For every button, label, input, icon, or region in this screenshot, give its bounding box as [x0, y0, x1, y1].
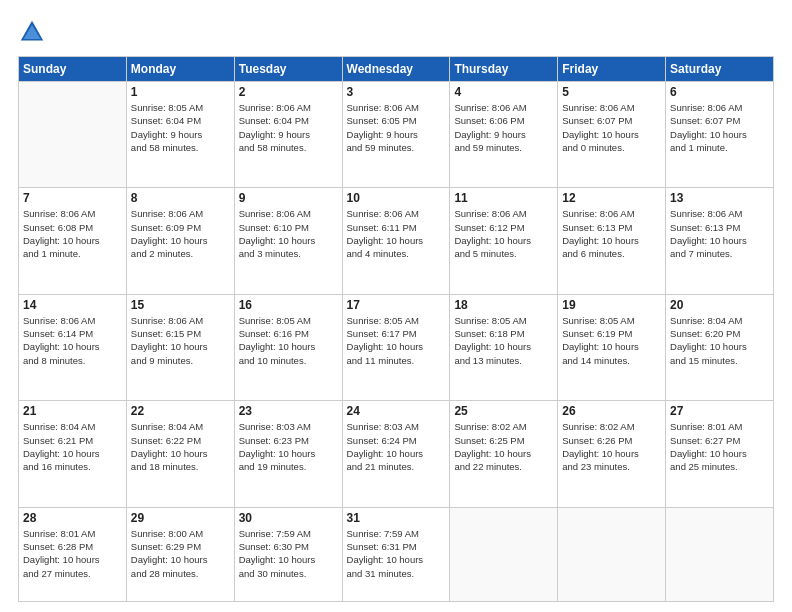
- col-header-sunday: Sunday: [19, 57, 127, 82]
- header: [18, 18, 774, 46]
- day-number: 21: [23, 404, 122, 418]
- day-info: Sunrise: 8:06 AM Sunset: 6:13 PM Dayligh…: [562, 207, 661, 260]
- week-row-3: 21Sunrise: 8:04 AM Sunset: 6:21 PM Dayli…: [19, 401, 774, 507]
- day-info: Sunrise: 8:06 AM Sunset: 6:08 PM Dayligh…: [23, 207, 122, 260]
- week-row-2: 14Sunrise: 8:06 AM Sunset: 6:14 PM Dayli…: [19, 294, 774, 400]
- day-number: 5: [562, 85, 661, 99]
- calendar-cell: 6Sunrise: 8:06 AM Sunset: 6:07 PM Daylig…: [666, 82, 774, 188]
- day-info: Sunrise: 8:06 AM Sunset: 6:09 PM Dayligh…: [131, 207, 230, 260]
- calendar-cell: 24Sunrise: 8:03 AM Sunset: 6:24 PM Dayli…: [342, 401, 450, 507]
- calendar-cell: 2Sunrise: 8:06 AM Sunset: 6:04 PM Daylig…: [234, 82, 342, 188]
- day-number: 25: [454, 404, 553, 418]
- calendar-cell: [666, 507, 774, 601]
- header-row: SundayMondayTuesdayWednesdayThursdayFrid…: [19, 57, 774, 82]
- day-info: Sunrise: 8:06 AM Sunset: 6:07 PM Dayligh…: [562, 101, 661, 154]
- day-info: Sunrise: 7:59 AM Sunset: 6:31 PM Dayligh…: [347, 527, 446, 580]
- day-info: Sunrise: 8:06 AM Sunset: 6:10 PM Dayligh…: [239, 207, 338, 260]
- calendar-cell: 30Sunrise: 7:59 AM Sunset: 6:30 PM Dayli…: [234, 507, 342, 601]
- day-info: Sunrise: 8:06 AM Sunset: 6:04 PM Dayligh…: [239, 101, 338, 154]
- day-number: 20: [670, 298, 769, 312]
- calendar-cell: 25Sunrise: 8:02 AM Sunset: 6:25 PM Dayli…: [450, 401, 558, 507]
- calendar-cell: [558, 507, 666, 601]
- day-info: Sunrise: 8:02 AM Sunset: 6:26 PM Dayligh…: [562, 420, 661, 473]
- day-info: Sunrise: 8:06 AM Sunset: 6:05 PM Dayligh…: [347, 101, 446, 154]
- day-number: 2: [239, 85, 338, 99]
- day-info: Sunrise: 8:05 AM Sunset: 6:17 PM Dayligh…: [347, 314, 446, 367]
- day-info: Sunrise: 8:06 AM Sunset: 6:06 PM Dayligh…: [454, 101, 553, 154]
- calendar-cell: 10Sunrise: 8:06 AM Sunset: 6:11 PM Dayli…: [342, 188, 450, 294]
- day-info: Sunrise: 8:02 AM Sunset: 6:25 PM Dayligh…: [454, 420, 553, 473]
- calendar-cell: 29Sunrise: 8:00 AM Sunset: 6:29 PM Dayli…: [126, 507, 234, 601]
- day-number: 3: [347, 85, 446, 99]
- calendar-cell: 20Sunrise: 8:04 AM Sunset: 6:20 PM Dayli…: [666, 294, 774, 400]
- page: SundayMondayTuesdayWednesdayThursdayFrid…: [0, 0, 792, 612]
- day-number: 19: [562, 298, 661, 312]
- day-number: 12: [562, 191, 661, 205]
- day-number: 17: [347, 298, 446, 312]
- calendar-cell: 3Sunrise: 8:06 AM Sunset: 6:05 PM Daylig…: [342, 82, 450, 188]
- day-info: Sunrise: 8:01 AM Sunset: 6:27 PM Dayligh…: [670, 420, 769, 473]
- calendar-cell: 28Sunrise: 8:01 AM Sunset: 6:28 PM Dayli…: [19, 507, 127, 601]
- day-number: 23: [239, 404, 338, 418]
- day-number: 10: [347, 191, 446, 205]
- calendar-cell: 7Sunrise: 8:06 AM Sunset: 6:08 PM Daylig…: [19, 188, 127, 294]
- day-number: 6: [670, 85, 769, 99]
- calendar-cell: 21Sunrise: 8:04 AM Sunset: 6:21 PM Dayli…: [19, 401, 127, 507]
- calendar-cell: 23Sunrise: 8:03 AM Sunset: 6:23 PM Dayli…: [234, 401, 342, 507]
- day-info: Sunrise: 8:06 AM Sunset: 6:14 PM Dayligh…: [23, 314, 122, 367]
- day-info: Sunrise: 7:59 AM Sunset: 6:30 PM Dayligh…: [239, 527, 338, 580]
- day-number: 29: [131, 511, 230, 525]
- day-info: Sunrise: 8:06 AM Sunset: 6:13 PM Dayligh…: [670, 207, 769, 260]
- day-number: 15: [131, 298, 230, 312]
- calendar-cell: 8Sunrise: 8:06 AM Sunset: 6:09 PM Daylig…: [126, 188, 234, 294]
- calendar-cell: 15Sunrise: 8:06 AM Sunset: 6:15 PM Dayli…: [126, 294, 234, 400]
- calendar-cell: 12Sunrise: 8:06 AM Sunset: 6:13 PM Dayli…: [558, 188, 666, 294]
- day-number: 30: [239, 511, 338, 525]
- col-header-friday: Friday: [558, 57, 666, 82]
- day-number: 14: [23, 298, 122, 312]
- col-header-thursday: Thursday: [450, 57, 558, 82]
- day-number: 11: [454, 191, 553, 205]
- calendar-cell: [19, 82, 127, 188]
- day-info: Sunrise: 8:05 AM Sunset: 6:18 PM Dayligh…: [454, 314, 553, 367]
- day-number: 4: [454, 85, 553, 99]
- day-info: Sunrise: 8:04 AM Sunset: 6:20 PM Dayligh…: [670, 314, 769, 367]
- day-info: Sunrise: 8:04 AM Sunset: 6:21 PM Dayligh…: [23, 420, 122, 473]
- calendar-cell: 5Sunrise: 8:06 AM Sunset: 6:07 PM Daylig…: [558, 82, 666, 188]
- day-info: Sunrise: 8:04 AM Sunset: 6:22 PM Dayligh…: [131, 420, 230, 473]
- calendar-cell: 31Sunrise: 7:59 AM Sunset: 6:31 PM Dayli…: [342, 507, 450, 601]
- calendar-cell: 18Sunrise: 8:05 AM Sunset: 6:18 PM Dayli…: [450, 294, 558, 400]
- day-number: 1: [131, 85, 230, 99]
- calendar-cell: 13Sunrise: 8:06 AM Sunset: 6:13 PM Dayli…: [666, 188, 774, 294]
- day-number: 24: [347, 404, 446, 418]
- day-number: 13: [670, 191, 769, 205]
- calendar-cell: 26Sunrise: 8:02 AM Sunset: 6:26 PM Dayli…: [558, 401, 666, 507]
- col-header-saturday: Saturday: [666, 57, 774, 82]
- day-number: 7: [23, 191, 122, 205]
- day-number: 18: [454, 298, 553, 312]
- calendar-cell: [450, 507, 558, 601]
- day-number: 16: [239, 298, 338, 312]
- calendar-cell: 14Sunrise: 8:06 AM Sunset: 6:14 PM Dayli…: [19, 294, 127, 400]
- week-row-4: 28Sunrise: 8:01 AM Sunset: 6:28 PM Dayli…: [19, 507, 774, 601]
- logo-icon: [18, 18, 46, 46]
- day-info: Sunrise: 8:05 AM Sunset: 6:16 PM Dayligh…: [239, 314, 338, 367]
- calendar: SundayMondayTuesdayWednesdayThursdayFrid…: [18, 56, 774, 602]
- week-row-1: 7Sunrise: 8:06 AM Sunset: 6:08 PM Daylig…: [19, 188, 774, 294]
- day-info: Sunrise: 8:06 AM Sunset: 6:11 PM Dayligh…: [347, 207, 446, 260]
- day-info: Sunrise: 8:03 AM Sunset: 6:23 PM Dayligh…: [239, 420, 338, 473]
- calendar-cell: 1Sunrise: 8:05 AM Sunset: 6:04 PM Daylig…: [126, 82, 234, 188]
- day-number: 28: [23, 511, 122, 525]
- day-number: 9: [239, 191, 338, 205]
- calendar-cell: 27Sunrise: 8:01 AM Sunset: 6:27 PM Dayli…: [666, 401, 774, 507]
- day-info: Sunrise: 8:06 AM Sunset: 6:15 PM Dayligh…: [131, 314, 230, 367]
- day-info: Sunrise: 8:03 AM Sunset: 6:24 PM Dayligh…: [347, 420, 446, 473]
- day-number: 26: [562, 404, 661, 418]
- col-header-wednesday: Wednesday: [342, 57, 450, 82]
- day-number: 8: [131, 191, 230, 205]
- day-number: 22: [131, 404, 230, 418]
- day-info: Sunrise: 8:05 AM Sunset: 6:19 PM Dayligh…: [562, 314, 661, 367]
- calendar-cell: 4Sunrise: 8:06 AM Sunset: 6:06 PM Daylig…: [450, 82, 558, 188]
- calendar-cell: 17Sunrise: 8:05 AM Sunset: 6:17 PM Dayli…: [342, 294, 450, 400]
- col-header-monday: Monday: [126, 57, 234, 82]
